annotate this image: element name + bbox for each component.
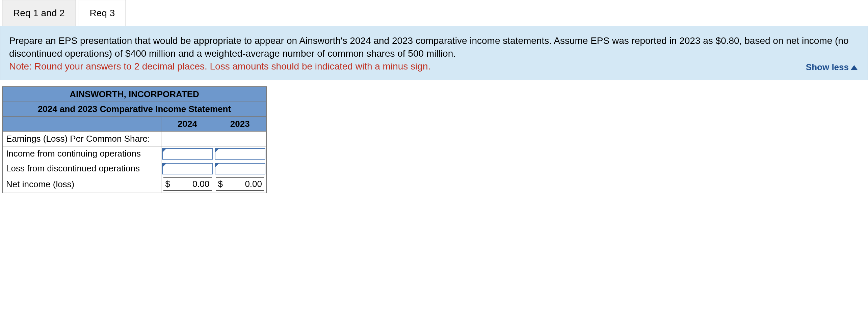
row-eps-header: Earnings (Loss) Per Common Share: bbox=[2, 132, 161, 146]
cell-empty bbox=[161, 132, 214, 146]
table-year-2024: 2024 bbox=[161, 117, 214, 132]
page-container: Req 1 and 2 Req 3 Prepare an EPS present… bbox=[0, 0, 868, 193]
row-net-income: Net income (loss) bbox=[2, 176, 161, 193]
table-statement-title: 2024 and 2023 Comparative Income Stateme… bbox=[2, 102, 266, 117]
table-row: Earnings (Loss) Per Common Share: bbox=[2, 132, 266, 146]
net-income-2024-value: 0.00 bbox=[192, 179, 210, 189]
tab-bar: Req 1 and 2 Req 3 bbox=[0, 0, 868, 26]
row-income-continuing: Income from continuing operations bbox=[2, 146, 161, 161]
worksheet-area: AINSWORTH, INCORPORATED 2024 and 2023 Co… bbox=[2, 86, 868, 193]
currency-symbol: $ bbox=[218, 179, 223, 189]
input-cell-discontinued-2023[interactable] bbox=[214, 161, 266, 176]
table-blank-header bbox=[2, 117, 161, 132]
tab-req-1-and-2[interactable]: Req 1 and 2 bbox=[2, 0, 76, 26]
tab-req-3[interactable]: Req 3 bbox=[79, 0, 126, 26]
dropdown-marker-icon bbox=[162, 163, 166, 167]
net-income-2023-value: 0.00 bbox=[245, 179, 262, 189]
input-cell-continuing-2024[interactable] bbox=[161, 146, 214, 161]
table-row: Loss from discontinued operations bbox=[2, 161, 266, 176]
currency-symbol: $ bbox=[165, 179, 170, 189]
table-row: Net income (loss) $ 0.00 $ 0.00 bbox=[2, 176, 266, 193]
dropdown-marker-icon bbox=[215, 148, 219, 152]
cell-empty bbox=[214, 132, 266, 146]
income-statement-table: AINSWORTH, INCORPORATED 2024 and 2023 Co… bbox=[2, 86, 267, 193]
dropdown-marker-icon bbox=[215, 163, 219, 167]
total-cell-2024: $ 0.00 bbox=[161, 176, 214, 193]
show-less-label: Show less bbox=[806, 61, 849, 73]
show-less-toggle[interactable]: Show less bbox=[806, 61, 858, 73]
input-cell-discontinued-2024[interactable] bbox=[161, 161, 214, 176]
table-year-2023: 2023 bbox=[214, 117, 266, 132]
table-row: Income from continuing operations bbox=[2, 146, 266, 161]
table-company-header: AINSWORTH, INCORPORATED bbox=[2, 87, 266, 102]
instruction-panel: Prepare an EPS presentation that would b… bbox=[0, 26, 868, 80]
chevron-up-icon bbox=[851, 65, 858, 70]
total-cell-2023: $ 0.00 bbox=[214, 176, 266, 193]
instruction-text: Prepare an EPS presentation that would b… bbox=[9, 35, 848, 59]
instruction-note: Note: Round your answers to 2 decimal pl… bbox=[9, 61, 430, 72]
input-cell-continuing-2023[interactable] bbox=[214, 146, 266, 161]
dropdown-marker-icon bbox=[162, 148, 166, 152]
row-loss-discontinued: Loss from discontinued operations bbox=[2, 161, 161, 176]
